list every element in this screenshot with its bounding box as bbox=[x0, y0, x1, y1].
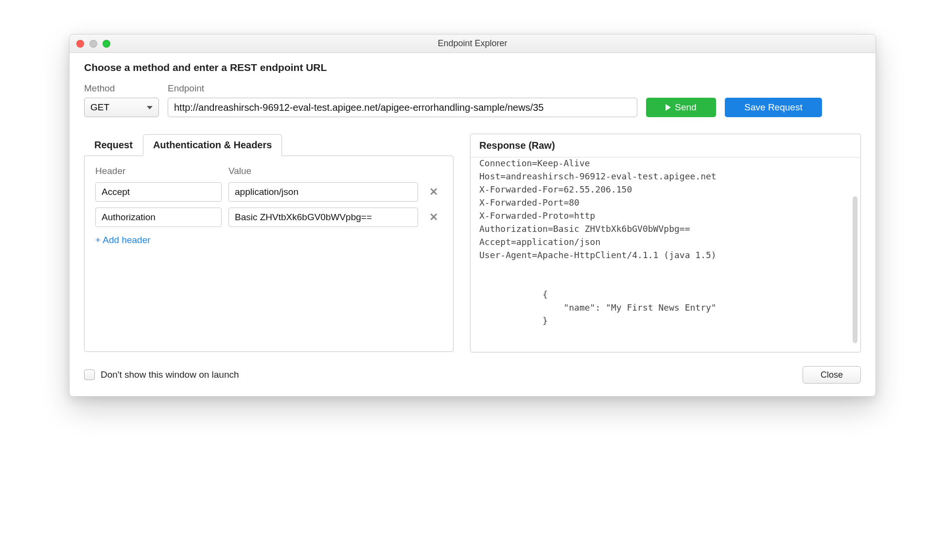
method-select[interactable]: GET bbox=[84, 98, 159, 117]
add-header-link[interactable]: + Add header bbox=[95, 235, 151, 245]
tab-auth-headers[interactable]: Authentication & Headers bbox=[143, 134, 282, 156]
col-header-value: Value bbox=[228, 166, 418, 176]
response-body: Connection=Keep-Alive Host=andreashirsch… bbox=[471, 158, 860, 352]
dont-show-checkbox[interactable] bbox=[84, 369, 95, 380]
method-field-group: Method GET bbox=[84, 83, 159, 117]
window-title: Endpoint Explorer bbox=[70, 38, 875, 49]
response-box: Response (Raw) Connection=Keep-Alive Hos… bbox=[470, 134, 861, 352]
tab-request[interactable]: Request bbox=[84, 134, 143, 156]
endpoint-input[interactable] bbox=[168, 98, 637, 117]
titlebar: Endpoint Explorer bbox=[70, 35, 875, 53]
headers-panel-body: Header Value ✕ ✕ + Add header bbox=[84, 156, 454, 352]
instruction-text: Choose a method and enter a REST endpoin… bbox=[84, 62, 861, 73]
remove-header-icon[interactable]: ✕ bbox=[425, 211, 442, 224]
response-text[interactable]: Connection=Keep-Alive Host=andreashirsch… bbox=[471, 158, 860, 336]
response-panel: Response (Raw) Connection=Keep-Alive Hos… bbox=[470, 134, 861, 352]
request-panel: Request Authentication & Headers Header … bbox=[84, 134, 454, 352]
send-button[interactable]: Send bbox=[646, 98, 716, 117]
dont-show-wrap: Don't show this window on launch bbox=[84, 369, 239, 380]
header-name-input[interactable] bbox=[95, 208, 222, 227]
response-title: Response (Raw) bbox=[471, 134, 860, 158]
request-form-row: Method GET Endpoint Send Save Request bbox=[84, 83, 861, 117]
endpoint-explorer-window: Endpoint Explorer Choose a method and en… bbox=[69, 34, 876, 397]
chevron-down-icon bbox=[147, 106, 153, 109]
save-request-label: Save Request bbox=[744, 102, 802, 113]
endpoint-label: Endpoint bbox=[168, 83, 637, 94]
save-request-button[interactable]: Save Request bbox=[725, 98, 822, 117]
content-area: Choose a method and enter a REST endpoin… bbox=[70, 53, 875, 396]
remove-header-icon[interactable]: ✕ bbox=[425, 186, 442, 198]
panels-row: Request Authentication & Headers Header … bbox=[84, 134, 861, 352]
play-icon bbox=[665, 104, 671, 111]
tabs: Request Authentication & Headers bbox=[84, 134, 454, 156]
headers-grid: Header Value ✕ ✕ bbox=[95, 166, 442, 227]
dont-show-label: Don't show this window on launch bbox=[101, 369, 239, 380]
header-value-input[interactable] bbox=[228, 182, 418, 202]
header-value-input[interactable] bbox=[228, 208, 418, 227]
method-value: GET bbox=[90, 102, 109, 113]
send-button-label: Send bbox=[675, 102, 696, 113]
endpoint-field-group: Endpoint bbox=[168, 83, 637, 117]
method-label: Method bbox=[84, 83, 159, 94]
col-header-name: Header bbox=[95, 166, 222, 176]
footer-row: Don't show this window on launch Close bbox=[84, 366, 861, 384]
header-name-input[interactable] bbox=[95, 182, 222, 202]
close-button[interactable]: Close bbox=[803, 366, 861, 384]
scrollbar[interactable] bbox=[853, 196, 858, 343]
